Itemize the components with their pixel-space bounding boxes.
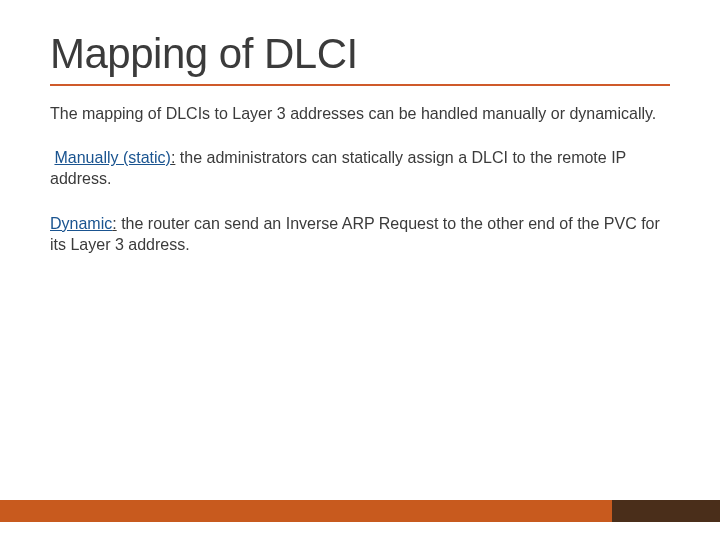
dynamic-paragraph: Dynamic: the router can send an Inverse … [50, 214, 670, 256]
bottom-accent-strip [0, 500, 720, 522]
dynamic-rest: the router can send an Inverse ARP Reque… [50, 215, 660, 253]
slide-title: Mapping of DLCI [50, 30, 670, 78]
intro-paragraph: The mapping of DLCIs to Layer 3 addresse… [50, 104, 670, 125]
strip-orange [0, 500, 612, 522]
strip-brown [612, 500, 720, 522]
manual-term: Manually (static) [54, 149, 170, 166]
dynamic-term: Dynamic [50, 215, 112, 232]
slide-container: Mapping of DLCI The mapping of DLCIs to … [0, 0, 720, 540]
manual-paragraph: Manually (static): the administrators ca… [50, 148, 670, 190]
title-underline [50, 84, 670, 86]
